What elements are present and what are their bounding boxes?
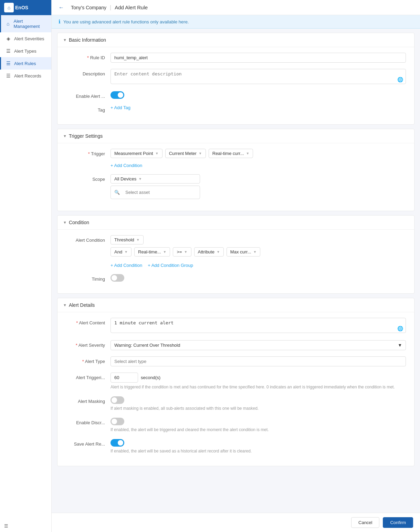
alert-content-globe-icon: 🌐 bbox=[397, 326, 403, 331]
alert-condition-label: Alert Condition bbox=[66, 235, 111, 243]
asset-search-input[interactable] bbox=[122, 188, 196, 197]
alert-masking-toggle[interactable] bbox=[111, 396, 124, 404]
realtime-chevron: ▼ bbox=[163, 250, 167, 254]
company-name: Tony's Company bbox=[71, 5, 106, 10]
tag-content: + Add Tag bbox=[111, 105, 406, 110]
alert-condition-chevron: ▼ bbox=[136, 238, 140, 242]
basic-info-body: Rule ID Description 🌐 Enable Alert ... bbox=[57, 47, 414, 124]
enable-alert-content bbox=[111, 91, 406, 99]
sidebar-item-label: Alert Records bbox=[14, 73, 41, 79]
save-alert-toggle[interactable] bbox=[111, 439, 124, 447]
attribute-select[interactable]: Attribute ▼ bbox=[194, 247, 224, 257]
trigger-settings-header[interactable]: ▼ Trigger Settings bbox=[57, 129, 414, 143]
alert-details-header[interactable]: ▼ Alert Details bbox=[57, 298, 414, 312]
triggering-seconds-input[interactable] bbox=[111, 373, 138, 383]
main-content: ← Tony's Company | Add Alert Rule ℹ You … bbox=[52, 0, 420, 532]
enable-discr-label: Enable Discr... bbox=[66, 418, 111, 425]
description-input[interactable] bbox=[111, 69, 406, 84]
alert-severity-content: Warning: Current Over Threshold ▼ bbox=[111, 340, 406, 350]
logo: ⌂ EnOS bbox=[4, 3, 28, 12]
rule-id-label: Rule ID bbox=[66, 53, 111, 60]
trigger-row: Trigger Measurement Point ▼ Current Mete… bbox=[66, 149, 406, 168]
trigger-type-select[interactable]: Measurement Point ▼ bbox=[111, 149, 162, 158]
timing-toggle[interactable] bbox=[111, 274, 124, 282]
attribute-value: Attribute bbox=[198, 249, 214, 254]
rule-id-row: Rule ID bbox=[66, 53, 406, 63]
globe-icon: 🌐 bbox=[397, 77, 403, 82]
footer: Cancel Confirm bbox=[52, 513, 420, 532]
add-condition-button[interactable]: + Add Condition bbox=[111, 263, 142, 268]
sidebar-header: ⌂ EnOS bbox=[0, 0, 51, 15]
alert-triggering-row: Alert Triggeri... second(s) Alert is tri… bbox=[66, 373, 406, 390]
sidebar-item-alert-types[interactable]: ☰ Alert Types bbox=[0, 45, 51, 57]
trigger-device-select[interactable]: Current Meter ▼ bbox=[165, 149, 206, 158]
alert-severity-row: Alert Severity Warning: Current Over Thr… bbox=[66, 340, 406, 350]
save-alert-slider bbox=[111, 439, 124, 447]
realtime-select[interactable]: Real-time... ▼ bbox=[134, 247, 170, 257]
description-content: 🌐 bbox=[111, 69, 406, 85]
triggering-hint: Alert is triggered if the condition is m… bbox=[111, 384, 406, 390]
alert-content-label: Alert Content bbox=[66, 318, 111, 325]
alert-type-row: Alert Type bbox=[66, 356, 406, 366]
sidebar-item-alert-severities[interactable]: ◈ Alert Severities bbox=[0, 32, 51, 45]
trigger-type-value: Measurement Point bbox=[114, 151, 153, 156]
add-condition-trigger-button[interactable]: + Add Condition bbox=[111, 163, 142, 168]
logo-icon: ⌂ bbox=[4, 3, 14, 12]
trigger-settings-title: Trigger Settings bbox=[69, 133, 103, 139]
basic-info-chevron: ▼ bbox=[63, 38, 67, 42]
rule-id-input[interactable] bbox=[111, 53, 406, 63]
tag-row: Tag + Add Tag bbox=[66, 105, 406, 113]
alert-condition-value: Threshold bbox=[114, 237, 134, 242]
timing-content bbox=[111, 274, 406, 282]
trigger-realtime-select[interactable]: Real-time curr... ▼ bbox=[209, 149, 253, 158]
masking-hint: If alert masking is enabled, all sub-ale… bbox=[111, 405, 406, 411]
sidebar-item-alert-records[interactable]: ☰ Alert Records bbox=[0, 70, 51, 82]
scope-label: Scope bbox=[66, 174, 111, 182]
alert-management-icon: ⌂ bbox=[5, 21, 11, 27]
comparison-op-value: >= bbox=[177, 249, 182, 254]
info-banner-text: You are using advanced alert rule functi… bbox=[63, 19, 189, 24]
alert-severity-select[interactable]: Warning: Current Over Threshold ▼ bbox=[111, 340, 406, 350]
alert-condition-select[interactable]: Threshold ▼ bbox=[111, 235, 144, 244]
back-button[interactable]: ← bbox=[59, 4, 64, 11]
alert-type-label: Alert Type bbox=[66, 356, 111, 364]
sidebar-item-label: Alert Severities bbox=[14, 36, 44, 41]
condition-operators-row: And ▼ Real-time... ▼ >= ▼ bbox=[111, 247, 406, 257]
enable-discr-toggle[interactable] bbox=[111, 418, 124, 425]
cancel-button[interactable]: Cancel bbox=[351, 517, 379, 528]
sidebar-item-label: Alert Types bbox=[14, 49, 36, 54]
max-curr-select[interactable]: Max curr... ▼ bbox=[227, 247, 261, 257]
hamburger-menu[interactable]: ☰ bbox=[0, 520, 51, 532]
and-select[interactable]: And ▼ bbox=[111, 247, 132, 257]
alert-details-chevron: ▼ bbox=[63, 303, 67, 307]
condition-header[interactable]: ▼ Condition bbox=[57, 216, 414, 230]
confirm-button[interactable]: Confirm bbox=[383, 517, 413, 528]
trigger-settings-section: ▼ Trigger Settings Trigger Measurement P… bbox=[57, 129, 414, 211]
alert-severity-chevron: ▼ bbox=[398, 343, 402, 348]
basic-info-header[interactable]: ▼ Basic Information bbox=[57, 33, 414, 47]
scope-chevron: ▼ bbox=[138, 177, 142, 181]
and-chevron: ▼ bbox=[124, 250, 128, 254]
add-tag-button[interactable]: + Add Tag bbox=[111, 105, 406, 110]
sidebar-item-alert-management[interactable]: ⌂ Alert Management bbox=[0, 15, 51, 32]
alert-condition-content: Threshold ▼ And ▼ Real-time... ▼ bbox=[111, 235, 406, 268]
alert-severities-icon: ◈ bbox=[5, 36, 11, 41]
alert-type-input[interactable] bbox=[111, 356, 406, 366]
logo-text: EnOS bbox=[15, 5, 28, 10]
condition-chevron: ▼ bbox=[63, 220, 67, 225]
sidebar-item-alert-rules[interactable]: ☰ Alert Rules bbox=[0, 57, 51, 70]
enable-alert-toggle[interactable] bbox=[111, 91, 124, 99]
add-condition-group-button[interactable]: + Add Condition Group bbox=[148, 263, 193, 268]
enable-alert-label: Enable Alert ... bbox=[66, 91, 111, 99]
comparison-op-select[interactable]: >= ▼ bbox=[173, 247, 191, 257]
discr-hint: If enabled, the alert will be triggered … bbox=[111, 427, 406, 433]
scope-select[interactable]: All Devices ▼ bbox=[111, 174, 200, 184]
condition-title: Condition bbox=[69, 220, 89, 225]
alert-content-row: Alert Content 1 minute current alert 🌐 bbox=[66, 318, 406, 334]
condition-section: ▼ Condition Alert Condition Threshold ▼ bbox=[57, 215, 414, 294]
alert-type-content bbox=[111, 356, 406, 366]
alert-details-title: Alert Details bbox=[69, 302, 95, 308]
condition-body: Alert Condition Threshold ▼ And ▼ bbox=[57, 230, 414, 293]
alert-content-input[interactable]: 1 minute current alert bbox=[111, 318, 406, 333]
alert-rules-icon: ☰ bbox=[5, 61, 11, 66]
